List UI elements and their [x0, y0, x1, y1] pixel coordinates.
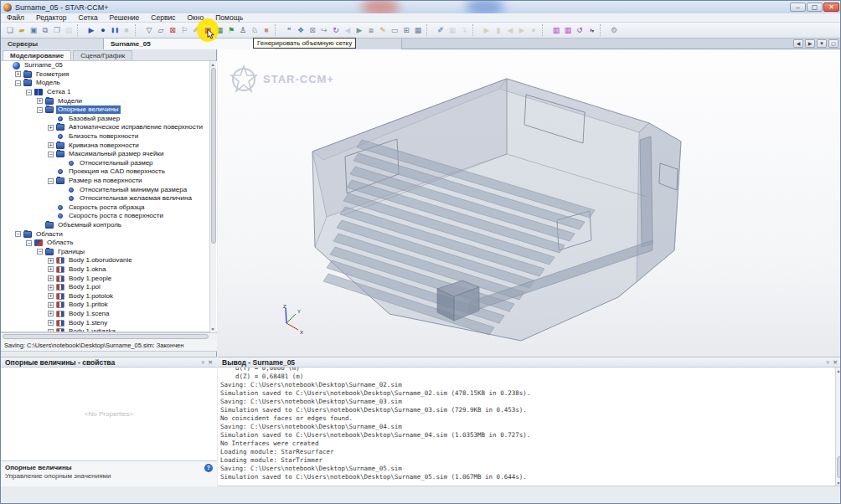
expand-icon[interactable]: +: [48, 320, 54, 326]
tree-row[interactable]: −Области: [1, 229, 217, 239]
tree-row[interactable]: +Body 1.pritok: [1, 301, 217, 310]
halt-icon[interactable]: ▮: [493, 23, 504, 37]
tree-row[interactable]: +Кривизна поверхности: [1, 141, 217, 150]
record-icon[interactable]: ●: [97, 23, 109, 37]
tree-row[interactable]: Относительный минимум размера: [1, 185, 217, 194]
tree-row[interactable]: Surname_05: [1, 61, 217, 70]
tree-row[interactable]: Скорость роста с поверхности: [1, 212, 217, 221]
mesh-pipeline-icon[interactable]: ✐: [435, 23, 446, 37]
tree-row[interactable]: Относительная желаемая величина: [1, 194, 217, 203]
frame-back-icon[interactable]: ◀: [504, 23, 516, 37]
settings-gear-icon[interactable]: ⚙: [608, 23, 620, 37]
maximize-button[interactable]: ▢: [807, 3, 823, 12]
menu-item-6[interactable]: Помощь: [209, 13, 249, 23]
tree-row[interactable]: +Body 1.people: [1, 274, 217, 283]
servers-tab[interactable]: Серверы: [1, 39, 104, 49]
rotate-view-icon[interactable]: ↻: [330, 23, 342, 37]
new-file-icon[interactable]: ❏: [4, 23, 16, 37]
menu-item-2[interactable]: Сетка: [73, 13, 104, 23]
expand-icon[interactable]: +: [48, 266, 54, 272]
simulation-tab[interactable]: Surname_05: [104, 39, 276, 49]
title-bar[interactable]: Surname_05 - STAR-CCM+ – ▢ ✕: [1, 1, 841, 13]
step-icon[interactable]: ▶: [481, 23, 493, 37]
generate-surface-mesh-icon[interactable]: ▦: [214, 23, 225, 37]
collapse-icon[interactable]: −: [26, 240, 32, 246]
edit-pencil-icon[interactable]: ✎: [377, 23, 389, 37]
menu-item-4[interactable]: Сервис: [145, 13, 181, 23]
tree-row[interactable]: +Body 1.potolok: [1, 291, 217, 301]
menu-item-0[interactable]: Файл: [1, 13, 30, 23]
tree-row[interactable]: Объемный контроль: [1, 221, 217, 230]
comment-icon[interactable]: ❝: [283, 23, 295, 37]
tree-row[interactable]: −Сетка 1: [1, 88, 217, 97]
tree-row[interactable]: Близость поверхности: [1, 132, 217, 141]
subtab-1[interactable]: Сцена/График: [73, 50, 132, 60]
expand-icon[interactable]: +: [48, 125, 54, 131]
tree-row[interactable]: +Body 1.scena: [1, 310, 217, 319]
tree-row[interactable]: +Body 1.oborudovanie: [1, 256, 217, 265]
collapse-icon[interactable]: −: [48, 178, 54, 184]
collapse-icon[interactable]: −: [15, 231, 21, 237]
scroll-tabs-left-icon[interactable]: ◀: [793, 39, 803, 48]
tree-row[interactable]: −Границы: [1, 247, 217, 256]
expand-icon[interactable]: +: [48, 142, 54, 148]
output-console-header[interactable]: Вывод - Surname_05 ▿ ✕: [218, 357, 841, 368]
delete-mesh-icon[interactable]: ⊠: [167, 23, 178, 37]
tree-row[interactable]: −Область: [1, 239, 217, 248]
expand-icon[interactable]: +: [37, 98, 43, 104]
simulation-tree[interactable]: Surname_05+Геометрия−Модель−Сетка 1+Моде…: [1, 61, 217, 332]
expand-icon[interactable]: +: [48, 258, 54, 264]
scene-viewport[interactable]: STAR-CCM+: [218, 49, 841, 357]
collapse-icon[interactable]: −: [15, 80, 21, 86]
tree-row[interactable]: +Автоматическое исправление поверхности: [1, 123, 217, 132]
menu-item-5[interactable]: Окно: [181, 13, 209, 23]
subtab-0[interactable]: Моделирование: [3, 50, 71, 60]
tree-row[interactable]: +Body 1.pol: [1, 283, 217, 292]
tree-row[interactable]: +Body 1.okna: [1, 265, 217, 275]
run-icon[interactable]: ▶: [85, 23, 97, 37]
pause-icon[interactable]: ❚❚: [109, 23, 121, 37]
tree-horizontal-scrollbar[interactable]: [1, 332, 217, 340]
expand-icon[interactable]: +: [48, 311, 54, 316]
close-panel-icon[interactable]: ✕: [208, 357, 213, 367]
save-all-icon[interactable]: ⧉: [39, 23, 51, 37]
expand-icon[interactable]: +: [48, 275, 54, 281]
menu-item-1[interactable]: Редактор: [30, 13, 73, 23]
tree-row[interactable]: −Опорные величины: [1, 105, 217, 115]
rubberband-select-icon[interactable]: ▽: [143, 23, 155, 37]
tree-row[interactable]: +Модели: [1, 96, 217, 105]
console-scrollbar[interactable]: ▲ ▼: [835, 368, 841, 486]
copy-icon[interactable]: ❐: [51, 23, 63, 37]
frame-forward-icon[interactable]: ▶: [516, 23, 528, 37]
collapse-icon[interactable]: −: [37, 249, 43, 255]
layout-tile-icon[interactable]: ▦: [412, 23, 424, 37]
flag-select-icon[interactable]: ⚐: [178, 23, 190, 37]
expand-icon[interactable]: +: [48, 293, 54, 299]
collapse-icon[interactable]: −: [37, 107, 43, 113]
paste-icon[interactable]: ▤: [63, 23, 75, 37]
chart-menu-icon[interactable]: ◗▾: [586, 23, 597, 37]
menu-item-3[interactable]: Решение: [104, 13, 146, 23]
save-icon[interactable]: ▣: [28, 23, 39, 37]
layout-grid-icon[interactable]: ⊞: [400, 23, 412, 37]
clear-view-icon[interactable]: ⊠: [307, 23, 318, 37]
plot-new-icon[interactable]: ▥: [550, 23, 562, 37]
expand-icon[interactable]: +: [15, 71, 21, 77]
properties-header[interactable]: Опорные величины - свойства ▿ ✕: [1, 357, 217, 368]
chart-rotate-icon[interactable]: ↺: [574, 23, 586, 37]
help-icon[interactable]: ?: [204, 464, 213, 472]
expand-icon[interactable]: +: [48, 302, 54, 308]
zone-select-icon[interactable]: ▱: [155, 23, 167, 37]
scroll-tabs-right-icon[interactable]: ▶: [805, 39, 815, 48]
stop-icon[interactable]: ■: [121, 23, 132, 37]
stop-solver-icon[interactable]: ■: [261, 23, 272, 37]
open-icon[interactable]: ▰: [16, 23, 28, 37]
forward-icon[interactable]: ▶: [353, 23, 365, 37]
collapse-icon[interactable]: −: [48, 152, 54, 157]
float-panel-icon[interactable]: ▿: [202, 357, 205, 367]
tree-row[interactable]: −Максимальный размер ячейки: [1, 150, 217, 159]
redirect-icon[interactable]: ↪: [318, 23, 330, 37]
plot-open-icon[interactable]: ▥: [562, 23, 574, 37]
tree-vertical-scrollbar[interactable]: ▲ ▼: [209, 61, 216, 332]
tree-row[interactable]: +Геометрия: [1, 70, 217, 80]
